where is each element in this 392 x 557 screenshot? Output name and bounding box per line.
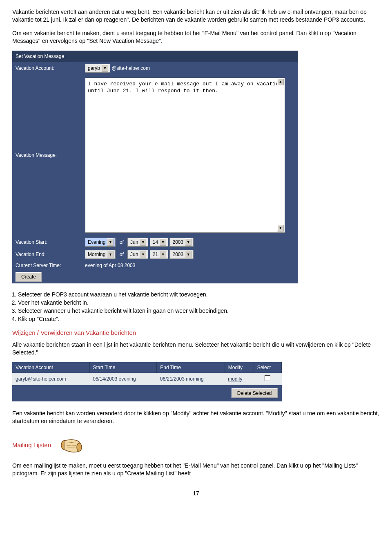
chevron-down-icon: ▼ <box>107 251 114 258</box>
delete-selected-button[interactable]: Delete Selected <box>232 388 278 398</box>
end-month-select[interactable]: Jun▼ <box>127 250 148 259</box>
start-tod-select[interactable]: Evening▼ <box>85 238 116 247</box>
row-start: 06/14/2003 evening <box>89 373 157 385</box>
col-select: Select <box>254 362 281 373</box>
scroll-up-icon[interactable]: ▲ <box>277 79 284 85</box>
account-select[interactable]: garyb ▼ <box>85 64 110 73</box>
modify-link[interactable]: modify <box>228 376 242 382</box>
modify-para: Alle vakantie berichten staan in een lij… <box>12 341 380 356</box>
steps-list: Selecteer de POP3 account waaraan u het … <box>12 291 380 323</box>
set-vacation-form: Set Vacation Message Vacation Account: g… <box>12 51 298 284</box>
message-label: Vacation Message: <box>12 74 82 236</box>
start-label: Vacation Start: <box>12 236 82 248</box>
scroll-icon <box>59 435 84 455</box>
intro-paragraph-2: Om een vakantie bericht te maken, dient … <box>12 29 380 45</box>
row-end: 06/21/2003 morning <box>157 373 225 385</box>
step-2: Voer het vakantie bericht in. <box>18 299 380 307</box>
col-account: Vacation Account <box>12 362 89 373</box>
modify-explain: Een vakantie bericht kan worden verander… <box>12 410 380 425</box>
end-tod-select[interactable]: Morning▼ <box>85 250 116 259</box>
svg-point-1 <box>77 443 82 451</box>
account-value: garyb <box>88 65 100 71</box>
end-day-select[interactable]: 21▼ <box>150 250 168 259</box>
create-button[interactable]: Create <box>16 272 42 282</box>
form-title: Set Vacation Message <box>12 51 298 62</box>
account-label: Vacation Account: <box>12 62 82 74</box>
col-start: Start Time <box>89 362 157 373</box>
chevron-down-icon: ▼ <box>140 238 146 246</box>
mailing-para: Om een mailinglijst te maken, moet u eer… <box>12 462 380 477</box>
of-text: of <box>117 252 126 257</box>
col-modify: Modify <box>225 362 254 373</box>
account-domain: @site-helper.com <box>111 65 150 71</box>
server-time-value: evening of Apr 08 2003 <box>82 261 298 270</box>
chevron-down-icon: ▼ <box>107 238 114 246</box>
step-1: Selecteer de POP3 account waaraan u het … <box>18 291 380 299</box>
chevron-down-icon: ▼ <box>160 251 166 258</box>
end-year-select[interactable]: 2003▼ <box>169 250 194 259</box>
start-year-select[interactable]: 2003▼ <box>169 238 194 247</box>
start-month-select[interactable]: Jun▼ <box>127 238 148 247</box>
message-textarea[interactable]: I have received your e-mail message but … <box>85 78 285 233</box>
heading-mailing-lists: Mailing Lijsten <box>12 441 51 449</box>
of-text: of <box>117 239 126 245</box>
chevron-down-icon: ▼ <box>160 238 166 246</box>
chevron-down-icon: ▼ <box>185 238 192 246</box>
step-3: Selecteer wanneer u het vakantie bericht… <box>18 307 380 315</box>
chevron-down-icon: ▼ <box>185 251 192 258</box>
page-number: 17 <box>12 490 380 497</box>
scroll-down-icon[interactable]: ▼ <box>277 225 284 232</box>
select-checkbox[interactable] <box>265 375 270 381</box>
message-text: I have received your e-mail message but … <box>88 81 282 94</box>
start-day-select[interactable]: 14▼ <box>150 238 168 247</box>
intro-paragraph-1: Vakantie berichten vertelt aan anderen d… <box>12 8 380 24</box>
end-label: Vacation End: <box>12 248 82 261</box>
chevron-down-icon: ▼ <box>140 251 146 258</box>
server-time-label: Current Server Time: <box>12 261 82 270</box>
row-account: garyb@site-helper.com <box>12 373 89 385</box>
chevron-down-icon: ▼ <box>102 65 108 72</box>
step-4: Klik op "Create". <box>18 315 380 323</box>
heading-modify-delete: Wijzigen / Verwijderen van Vakantie beri… <box>12 329 380 337</box>
col-end: End Time <box>157 362 225 373</box>
vacation-list-table: Vacation Account Start Time End Time Mod… <box>12 362 282 402</box>
